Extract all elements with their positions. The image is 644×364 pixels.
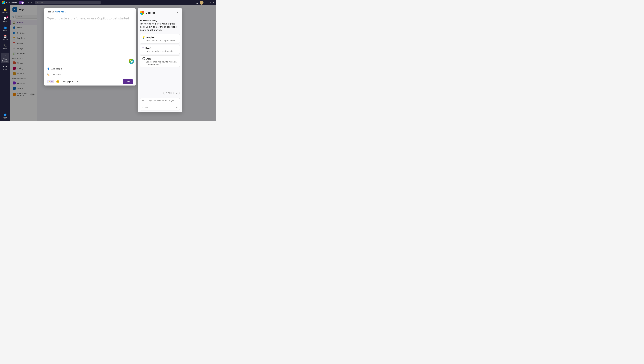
- composer-placeholder: Type or paste a draft here, or use Copil…: [47, 17, 133, 20]
- add-people-row[interactable]: 👤 Add people: [44, 66, 136, 72]
- post-as-label: Post as:: [47, 11, 54, 13]
- top-bar: New Teams ‹ › ... — ☐ ✕: [0, 0, 216, 5]
- window-controls: — ☐ ✕: [205, 2, 214, 4]
- viva-engage-icon: ⚡: [3, 54, 7, 58]
- more-formatting-button[interactable]: ...: [87, 79, 92, 84]
- ask-header: 💭 Ask: [142, 57, 178, 60]
- toggle-switch[interactable]: [19, 1, 24, 4]
- modal-container: Post as: Mona Kane Type or paste a draft…: [44, 8, 182, 112]
- sidebar-item-teams[interactable]: 👥 Teams: [1, 24, 9, 33]
- sidebar-item-calendar[interactable]: 📅 Calendar: [1, 33, 9, 42]
- modal-overlay: Post as: Mona Kane Type or paste a draft…: [10, 5, 216, 121]
- copilot-suggestions: 💡 Inspire Give me ideas for a post about…: [138, 34, 182, 67]
- add-people-icon: 👤: [47, 67, 50, 70]
- more-ideas-button[interactable]: ✦ More ideas: [163, 91, 180, 95]
- add-topics-row[interactable]: 🏷️ Add topics: [44, 72, 136, 78]
- suggestion-inspire[interactable]: 💡 Inspire Give me ideas for a post about…: [140, 34, 180, 44]
- paragraph-chevron: ▾: [72, 81, 73, 83]
- more-options-icon[interactable]: ...: [195, 1, 198, 4]
- sidebar-item-activity[interactable]: 🔔 Activity: [1, 7, 9, 15]
- composer-body[interactable]: Type or paste a draft here, or use Copil…: [44, 14, 136, 66]
- insert-label: ▼: [51, 81, 53, 83]
- post-as-name[interactable]: Mona Kane: [55, 11, 66, 13]
- greeting-body: I'm here to help you write a great post.…: [140, 23, 177, 31]
- left-sidebar: 🔔 Activity 💬 Chat 1 👥 Teams 📅 Calendar 📞…: [0, 5, 10, 121]
- copilot-panel: Copilot × Hi Mona Kane, I'm here to help…: [138, 8, 182, 112]
- draft-desc: Help me write a post about..: [142, 50, 178, 52]
- sidebar-item-calls[interactable]: 📞 Calls: [1, 42, 9, 51]
- composer-footer: 👤 Add people 🏷️ Add topics 📝 ▼ 😊: [44, 66, 136, 86]
- more-ideas-label: More ideas: [168, 92, 178, 94]
- search-input[interactable]: [35, 1, 100, 5]
- copilot-title: Copilot: [146, 12, 155, 14]
- post-button[interactable]: Post: [123, 79, 133, 84]
- draft-title: Draft: [145, 47, 152, 49]
- sidebar-label-teams: Teams: [3, 30, 8, 32]
- global-search[interactable]: [35, 1, 100, 5]
- copilot-header: Copilot ×: [138, 8, 182, 17]
- add-topics-label: Add topics: [51, 74, 62, 76]
- ask-title: Ask: [146, 58, 150, 60]
- apps-icon: 🔷: [3, 113, 7, 116]
- sidebar-label-calls: Calls: [3, 48, 7, 49]
- draft-header: ✏️ Draft: [142, 47, 178, 50]
- greeting-name: Hi Mona Kane,: [140, 20, 157, 22]
- sidebar-bottom: 🔷 Apps: [1, 112, 9, 120]
- ask-icon: 💭: [142, 57, 145, 60]
- add-topics-icon: 🏷️: [47, 73, 50, 76]
- app-logo: [2, 1, 5, 4]
- maximize-button[interactable]: ☐: [209, 2, 211, 4]
- chat-badge: 1: [6, 16, 8, 18]
- sidebar-item-chat[interactable]: 💬 Chat 1: [1, 16, 9, 24]
- sidebar-item-more[interactable]: ••• More: [1, 64, 9, 72]
- suggestion-draft[interactable]: ✏️ Draft Help me write a post about..: [140, 45, 180, 54]
- inspire-icon: 💡: [142, 36, 145, 39]
- bold-button[interactable]: B: [76, 79, 80, 84]
- copilot-greeting: Hi Mona Kane, I'm here to help you write…: [138, 17, 182, 34]
- emoji-button[interactable]: 😊: [55, 79, 60, 84]
- composer-header: Post as: Mona Kane: [44, 8, 136, 14]
- sidebar-item-viva-engage[interactable]: ⚡ Viva Engage: [1, 53, 9, 63]
- inspire-desc: Give me ideas for a post about...: [142, 39, 178, 42]
- copilot-close-button[interactable]: ×: [176, 11, 180, 15]
- teams-icon: 👥: [3, 26, 7, 29]
- ask-desc: Can you tell me how to write an engaging…: [142, 61, 178, 65]
- copilot-input[interactable]: [142, 100, 178, 104]
- insert-format-button[interactable]: 📝 ▼: [47, 80, 54, 83]
- activity-icon: 🔔: [3, 8, 7, 11]
- copilot-send-button[interactable]: ➤: [176, 106, 178, 109]
- copilot-logo-icon: [140, 11, 144, 15]
- copilot-trigger-button[interactable]: [129, 59, 134, 64]
- more-icon: •••: [3, 65, 7, 69]
- copilot-footer: ✦ More ideas 0/2000 ➤: [138, 89, 182, 112]
- inspire-header: 💡 Inspire: [142, 36, 178, 39]
- paragraph-label: Paragraph: [62, 81, 72, 83]
- sidebar-label-chat: Chat: [3, 21, 7, 23]
- suggestion-ask[interactable]: 💭 Ask Can you tell me how to write an en…: [140, 55, 180, 67]
- new-teams-toggle[interactable]: [19, 1, 24, 4]
- post-composer: Post as: Mona Kane Type or paste a draft…: [44, 8, 136, 86]
- post-as-line: Post as: Mona Kane: [47, 11, 133, 13]
- sidebar-label-viva-engage: Viva Engage: [2, 58, 8, 62]
- insert-icon: 📝: [48, 81, 50, 83]
- copilot-icon: [130, 60, 133, 63]
- copilot-spacer: [138, 67, 182, 89]
- paragraph-button[interactable]: Paragraph ▾: [61, 80, 74, 83]
- app-title: New Teams: [6, 2, 17, 4]
- minimize-button[interactable]: —: [205, 2, 207, 4]
- char-count: 0/2000: [142, 106, 148, 108]
- composer-toolbar: 📝 ▼ 😊 Paragraph ▾ B I ... Post: [44, 78, 136, 86]
- sidebar-label-more: More: [3, 69, 7, 71]
- copilot-input-area[interactable]: 0/2000 ➤: [140, 98, 180, 110]
- forward-arrow[interactable]: ›: [30, 1, 33, 5]
- close-button[interactable]: ✕: [212, 2, 214, 4]
- italic-button[interactable]: I: [82, 79, 86, 84]
- draft-icon: ✏️: [142, 47, 144, 50]
- sidebar-item-apps[interactable]: 🔷 Apps: [1, 112, 9, 120]
- inspire-title: Inspire: [146, 36, 154, 39]
- calls-icon: 📞: [3, 43, 7, 47]
- back-arrow[interactable]: ‹: [27, 1, 30, 5]
- avatar[interactable]: [200, 1, 204, 5]
- more-ideas-icon: ✦: [166, 92, 167, 94]
- main-content: E Enga... 🔍 🏠 Home 👤 Mona 👥 Comm... 🏆 Le…: [10, 5, 216, 121]
